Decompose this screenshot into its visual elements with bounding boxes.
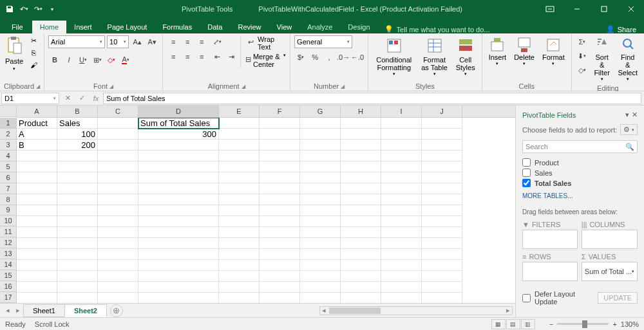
tab-data[interactable]: Data [200,21,230,33]
comma-format-icon[interactable]: , [323,51,336,64]
row-10[interactable]: 10 [0,215,17,226]
row-2[interactable]: 2 [0,129,17,140]
row-14[interactable]: 14 [0,259,17,270]
row-15[interactable]: 15 [0,270,17,281]
panel-dropdown-icon[interactable]: ▾ [625,111,629,119]
clear-icon[interactable]: ◇▾ [576,64,589,77]
cell-B3[interactable]: 200 [57,140,98,151]
qat-customize-icon[interactable]: ▾ [48,5,57,14]
row-4[interactable]: 4 [0,151,17,161]
merge-center-button[interactable]: ⊟Merge & Center▾ [245,53,286,68]
scroll-right-icon[interactable]: ▸ [504,306,512,315]
insert-cells-button[interactable]: Insert▾ [486,35,509,68]
bold-button[interactable]: B [48,53,61,66]
accounting-format-icon[interactable]: $▾ [294,51,307,64]
tab-review[interactable]: Review [230,21,269,33]
values-area[interactable]: Sum of Total ...▾ [582,262,638,281]
font-size-combo[interactable]: 10▾ [107,35,129,48]
align-middle-icon[interactable]: ≡ [181,35,194,48]
align-bottom-icon[interactable]: ≡ [195,35,208,48]
enter-formula-icon[interactable]: ✓ [75,92,89,105]
find-select-button[interactable]: Find & Select▾ [615,35,640,83]
field-search-input[interactable]: Search🔍 [522,140,638,153]
zoom-slider[interactable] [557,323,609,325]
orientation-icon[interactable]: ⤢▾ [211,35,223,48]
rows-area[interactable] [522,262,578,281]
field-product[interactable]: Product [522,158,638,167]
format-painter-icon[interactable]: 🖌 [28,60,39,70]
row-8[interactable]: 8 [0,194,17,205]
col-E[interactable]: E [219,105,260,117]
cell-B1[interactable]: Sales [57,118,98,129]
number-format-combo[interactable]: General▾ [294,35,352,48]
conditional-formatting-button[interactable]: Conditional Formatting▾ [372,35,415,78]
format-as-table-button[interactable]: Format as Table▾ [418,35,450,78]
formula-input[interactable]: Sum of Total Sales [103,93,641,104]
align-top-icon[interactable]: ≡ [167,35,180,48]
undo-icon[interactable]: ↶▾ [19,5,28,14]
col-A[interactable]: A [17,105,57,117]
filters-area[interactable] [522,230,578,249]
row-3[interactable]: 3 [0,140,17,151]
cell-A2[interactable]: A [17,129,57,140]
row-7[interactable]: 7 [0,183,17,194]
horizontal-scrollbar[interactable]: ◂▸ [319,306,513,315]
autosum-icon[interactable]: Σ▾ [576,35,589,48]
increase-decimal-icon[interactable]: .0→ [337,51,350,64]
delete-cells-button[interactable]: Delete▾ [511,35,537,68]
select-all-corner[interactable] [0,105,17,117]
zoom-level[interactable]: 130% [621,320,639,328]
row-9[interactable]: 9 [0,205,17,216]
tab-file[interactable]: File [3,21,32,33]
field-sales-checkbox[interactable] [522,169,531,177]
font-name-combo[interactable]: Arial▾ [48,35,105,48]
fx-icon[interactable]: fx [89,92,103,105]
page-layout-view-icon[interactable]: ▤ [506,319,520,329]
row-11[interactable]: 11 [0,226,17,237]
cancel-formula-icon[interactable]: ✕ [61,92,75,105]
zoom-out-icon[interactable]: − [549,320,553,328]
underline-button[interactable]: U▾ [77,53,90,66]
sheet-nav-next-icon[interactable]: ▸ [13,306,23,316]
normal-view-icon[interactable]: ▦ [491,319,506,329]
col-C[interactable]: C [98,105,138,117]
decrease-font-icon[interactable]: A▾ [146,35,158,48]
cell-styles-button[interactable]: Cell Styles▾ [453,35,478,78]
align-right-icon[interactable]: ≡ [195,50,208,63]
border-button[interactable]: ⊞▾ [91,53,104,66]
tab-page-layout[interactable]: Page Layout [100,21,155,33]
cell-B2[interactable]: 100 [57,129,98,140]
new-sheet-button[interactable]: ⊕ [110,304,123,317]
save-icon[interactable] [5,5,14,14]
name-box[interactable]: D1▾ [1,93,59,104]
col-D[interactable]: D [138,105,219,117]
zoom-thumb[interactable] [582,320,587,328]
font-launcher-icon[interactable]: ◢ [109,84,113,89]
tab-analyze[interactable]: Analyze [299,21,340,33]
scroll-thumb[interactable] [329,307,381,314]
alignment-launcher-icon[interactable]: ◢ [242,84,245,89]
zoom-in-icon[interactable]: + [612,320,616,328]
more-tables-link[interactable]: MORE TABLES... [522,192,638,199]
percent-format-icon[interactable]: % [308,51,321,64]
tab-home[interactable]: Home [32,21,66,33]
row-12[interactable]: 12 [0,237,17,248]
font-color-button[interactable]: A▾ [119,53,132,66]
clipboard-launcher-icon[interactable]: ◢ [36,84,40,89]
field-product-checkbox[interactable] [522,158,531,167]
row-1[interactable]: 1 [0,118,17,129]
page-break-view-icon[interactable]: ▥ [521,319,535,329]
decrease-indent-icon[interactable]: ⇤ [211,50,223,63]
sheet-nav-prev-icon[interactable]: ◂ [3,306,13,316]
col-J[interactable]: J [422,105,462,117]
col-B[interactable]: B [57,105,98,117]
increase-indent-icon[interactable]: ⇥ [225,50,238,63]
col-I[interactable]: I [381,105,422,117]
field-total-checkbox[interactable] [522,179,531,187]
align-center-icon[interactable]: ≡ [181,50,194,63]
col-H[interactable]: H [341,105,381,117]
paste-button[interactable]: Paste▾ [4,35,24,73]
sort-filter-button[interactable]: Sort & Filter▾ [591,35,613,83]
maximize-icon[interactable] [591,0,617,18]
cell-grid[interactable]: ProductSalesSum of Total SalesA100300B20… [17,118,515,303]
